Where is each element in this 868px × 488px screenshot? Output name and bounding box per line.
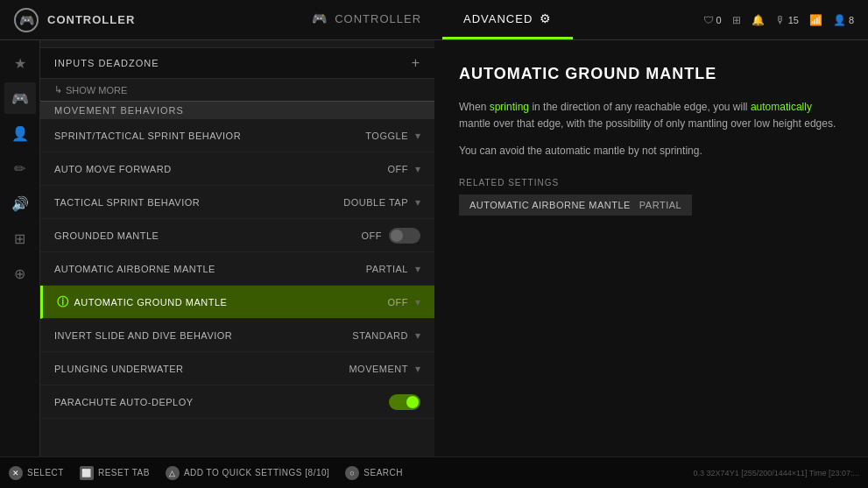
add-quick-btn-icon: △: [166, 466, 180, 480]
row-plunging-underwater-name: PLUNGING UNDERWATER: [54, 364, 349, 374]
related-section: RELATED SETTINGS AUTOMATIC AIRBORNE MANT…: [459, 178, 843, 216]
row-auto-move-name: AUTO MOVE FORWARD: [54, 164, 388, 174]
show-more-label: SHOW MORE: [66, 85, 127, 95]
chevron-down-icon: ▾: [415, 329, 420, 342]
section-add-button[interactable]: +: [412, 55, 420, 71]
desc-paragraph-1: When sprinting in the direction of any r…: [459, 99, 843, 132]
hud-signal: 📶: [809, 14, 822, 26]
search-label: SEARCH: [363, 468, 403, 477]
show-more-arrow: ↳: [54, 84, 62, 95]
section-inputs-deadzone-label: INPUTS DEADZONE: [54, 58, 159, 68]
select-btn-icon: ✕: [9, 466, 23, 480]
row-plunging-underwater[interactable]: PLUNGING UNDERWATER MOVEMENT ▾: [40, 352, 434, 385]
row-grounded-mantle-name: GROUNDED MANTLE: [54, 230, 362, 241]
desc-title: AUTOMATIC GROUND MANTLE: [459, 65, 843, 83]
chevron-down-icon: ▾: [415, 130, 420, 142]
sidebar-item-pencil[interactable]: ✏: [4, 152, 36, 184]
settings-panel: INPUTS DEADZONE + ↳ SHOW MORE MOVEMENT B…: [40, 40, 434, 456]
tabs: 🎮 CONTROLLER ADVANCED ⚙: [175, 0, 689, 39]
row-auto-move-value: OFF: [388, 164, 409, 174]
toggle-switch-off[interactable]: [389, 228, 420, 244]
section-movement-label: MOVEMENT BEHAVIORS: [54, 105, 184, 116]
row-tactical-sprint-value: DOUBLE TAP: [343, 197, 408, 208]
bottom-bar: ✕ SELECT ⬜ RESET TAB △ ADD TO QUICK SETT…: [0, 456, 868, 488]
row-invert-slide[interactable]: INVERT SLIDE AND DIVE BEHAVIOR STANDARD …: [40, 319, 434, 352]
version-info: 0.3 32X74Y1 [255/200/1444×11] Time [23:0…: [694, 469, 859, 477]
sidebar-item-star[interactable]: ★: [4, 47, 36, 79]
row-grounded-mantle-value: OFF: [362, 230, 383, 241]
tab-controller[interactable]: 🎮 CONTROLLER: [291, 0, 442, 39]
tab-advanced[interactable]: ADVANCED ⚙: [442, 0, 573, 39]
related-item-value: PARTIAL: [639, 200, 681, 210]
related-item-0[interactable]: AUTOMATIC AIRBORNE MANTLE PARTIAL: [459, 194, 692, 216]
controller-header-icon: 🎮: [14, 8, 39, 32]
hud-mic: 🎙 15: [775, 14, 799, 26]
row-auto-airborne-value: PARTIAL: [366, 264, 408, 274]
row-parachute-deploy-name: PARACHUTE AUTO-DEPLOY: [54, 397, 389, 407]
add-quick-label: ADD TO QUICK SETTINGS [8/10]: [184, 468, 329, 477]
action-add-quick: △ ADD TO QUICK SETTINGS [8/10]: [166, 466, 329, 480]
row-auto-airborne-name: AUTOMATIC AIRBORNE MANTLE: [54, 264, 366, 274]
tab-controller-icon: 🎮: [312, 11, 328, 25]
grounded-mantle-toggle[interactable]: [389, 228, 420, 244]
row-sprint-behavior[interactable]: SPRINT/TACTICAL SPRINT BEHAVIOR TOGGLE ▾: [40, 119, 434, 152]
related-item-name: AUTOMATIC AIRBORNE MANTLE: [469, 200, 631, 210]
top-bar-right: 🛡 0 ⊞ 🔔 🎙 15 📶 👤 8: [689, 14, 869, 26]
hud-shield: 🛡 0: [703, 14, 722, 26]
sidebar-item-network[interactable]: ⊕: [4, 258, 36, 289]
sidebar: ★ 🎮 👤 ✏ 🔊 ⊞ ⊕: [0, 40, 40, 456]
chevron-down-icon: ▾: [415, 163, 420, 175]
hud-bell: 🔔: [752, 14, 765, 26]
description-panel: AUTOMATIC GROUND MANTLE When sprinting i…: [434, 40, 868, 456]
section-inputs-deadzone: INPUTS DEADZONE +: [40, 47, 434, 79]
toggle-switch-on[interactable]: [389, 394, 420, 410]
highlight-sprinting: sprinting: [490, 101, 529, 113]
action-search: ○ SEARCH: [345, 466, 403, 480]
row-auto-move[interactable]: AUTO MOVE FORWARD OFF ▾: [40, 152, 434, 186]
row-invert-slide-value: STANDARD: [352, 330, 408, 341]
row-tactical-sprint[interactable]: TACTICAL SPRINT BEHAVIOR DOUBLE TAP ▾: [40, 186, 434, 219]
tab-advanced-label: ADVANCED: [463, 12, 533, 25]
row-grounded-mantle[interactable]: GROUNDED MANTLE OFF: [40, 219, 434, 252]
tab-controller-label: CONTROLLER: [335, 12, 421, 25]
row-sprint-behavior-name: SPRINT/TACTICAL SPRINT BEHAVIOR: [54, 131, 365, 141]
row-plunging-underwater-value: MOVEMENT: [349, 364, 408, 374]
chevron-down-icon: ▾: [415, 263, 420, 275]
sidebar-item-controller[interactable]: 🎮: [4, 82, 36, 114]
row-auto-airborne[interactable]: AUTOMATIC AIRBORNE MANTLE PARTIAL ▾: [40, 252, 434, 286]
chevron-down-icon: ▾: [415, 196, 420, 209]
row-tactical-sprint-name: TACTICAL SPRINT BEHAVIOR: [54, 197, 343, 208]
show-more-button[interactable]: ↳ SHOW MORE: [40, 79, 434, 101]
tab-advanced-icon: ⚙: [540, 11, 552, 25]
row-auto-ground-value: OFF: [388, 297, 409, 308]
action-reset-tab: ⬜ RESET TAB: [80, 466, 150, 480]
sidebar-item-person[interactable]: 👤: [4, 117, 36, 149]
top-bar-left: 🎮 CONTROLLER: [0, 8, 175, 32]
info-icon: ⓘ: [57, 294, 69, 310]
reset-tab-btn-icon: ⬜: [80, 466, 94, 480]
chevron-down-icon: ▾: [415, 296, 420, 308]
sidebar-item-grid[interactable]: ⊞: [4, 223, 36, 254]
search-btn-icon: ○: [345, 466, 359, 480]
row-invert-slide-name: INVERT SLIDE AND DIVE BEHAVIOR: [54, 330, 352, 341]
sidebar-item-audio[interactable]: 🔊: [4, 187, 36, 219]
action-select: ✕ SELECT: [9, 466, 64, 480]
hud-user: 👤 8: [833, 14, 854, 26]
chevron-down-icon: ▾: [415, 363, 420, 375]
reset-tab-label: RESET TAB: [98, 468, 150, 477]
hud-grid: ⊞: [732, 14, 741, 26]
parachute-deploy-toggle[interactable]: [389, 394, 420, 410]
related-title: RELATED SETTINGS: [459, 178, 843, 187]
section-movement-behaviors: MOVEMENT BEHAVIORS: [40, 101, 434, 119]
row-sprint-behavior-value: TOGGLE: [365, 131, 408, 141]
row-auto-ground[interactable]: ⓘ AUTOMATIC GROUND MANTLE OFF ▾: [40, 286, 434, 319]
select-label: SELECT: [27, 468, 64, 477]
top-bar: 🎮 CONTROLLER 🎮 CONTROLLER ADVANCED ⚙ 🛡 0…: [0, 0, 868, 40]
page-title: CONTROLLER: [47, 13, 135, 26]
row-parachute-deploy[interactable]: PARACHUTE AUTO-DEPLOY: [40, 385, 434, 419]
highlight-automatically: automatically: [751, 101, 812, 113]
row-auto-ground-name: ⓘ AUTOMATIC GROUND MANTLE: [57, 294, 388, 310]
desc-paragraph-2: You can avoid the automatic mantle by no…: [459, 143, 843, 159]
main-content: INPUTS DEADZONE + ↳ SHOW MORE MOVEMENT B…: [40, 40, 868, 456]
